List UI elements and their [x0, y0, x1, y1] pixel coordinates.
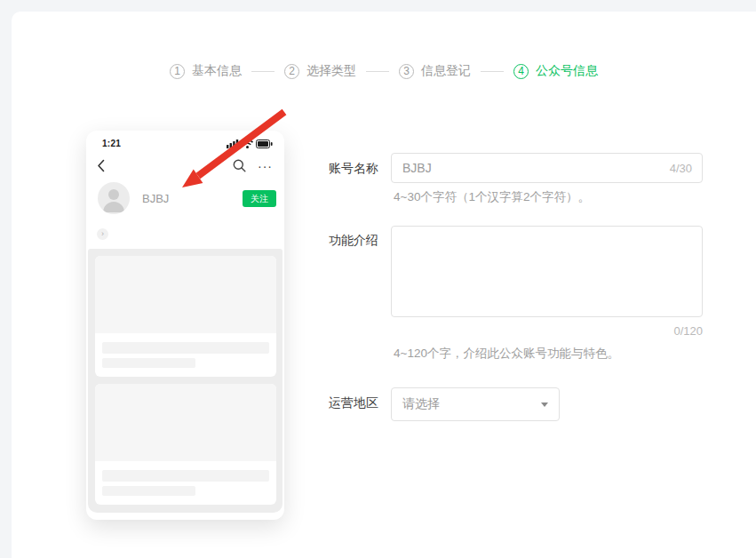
step-number-badge: 3	[399, 64, 414, 79]
stepper-step-select-type: 2 选择类型	[284, 63, 356, 79]
region-select[interactable]: 请选择	[391, 387, 560, 421]
stepper-connector	[366, 71, 389, 72]
article-feed-placeholder	[88, 249, 283, 513]
intro-row: 功能介绍 0/120	[329, 226, 703, 338]
step-label: 公众号信息	[536, 63, 598, 79]
chevron-right-icon: ›	[97, 228, 108, 240]
account-name-preview: BJBJ	[142, 192, 243, 205]
step-number-badge: 4	[513, 64, 529, 79]
account-name-input-wrap: 4/30	[391, 153, 703, 183]
subtitle-placeholder	[102, 358, 195, 368]
title-placeholder	[102, 342, 269, 354]
chevron-down-icon	[541, 403, 548, 407]
search-icon	[233, 159, 246, 172]
account-name-hint: 4~30个字符（1个汉字算2个字符）。	[329, 189, 703, 205]
stepper-step-basic-info: 1 基本信息	[170, 63, 242, 79]
account-info-form: 账号名称 4/30 4~30个字符（1个汉字算2个字符）。 功能介绍 0/120…	[329, 153, 703, 421]
cellular-signal-icon	[227, 140, 239, 148]
image-placeholder	[95, 256, 276, 333]
status-time: 1:21	[102, 139, 121, 148]
phone-preview: 1:21	[86, 131, 284, 520]
more-options-icon: ···	[258, 162, 273, 171]
wifi-icon	[242, 140, 253, 148]
account-name-label: 账号名称	[329, 153, 391, 183]
step-label: 基本信息	[192, 63, 242, 79]
step-label: 信息登记	[421, 63, 471, 79]
article-card-placeholder	[95, 384, 276, 505]
title-placeholder	[102, 470, 269, 482]
account-name-row: 账号名称 4/30	[329, 153, 703, 183]
expand-row: ›	[86, 214, 284, 240]
stepper-connector	[481, 71, 504, 72]
intro-hint: 4~120个字，介绍此公众账号功能与特色。	[329, 346, 703, 362]
stepper-step-info-registration: 3 信息登记	[399, 63, 471, 79]
region-select-value: 请选择	[402, 396, 440, 412]
account-name-input[interactable]	[391, 153, 703, 183]
status-icons	[227, 140, 273, 148]
back-chevron-icon	[97, 159, 105, 172]
stepper-connector	[251, 71, 275, 72]
subtitle-placeholder	[102, 486, 195, 496]
intro-counter: 0/120	[391, 324, 703, 338]
intro-input-wrap: 0/120	[391, 226, 703, 338]
phone-nav-bar: ···	[86, 148, 284, 172]
registration-stepper: 1 基本信息 2 选择类型 3 信息登记 4 公众号信息	[12, 63, 756, 79]
avatar	[98, 182, 130, 214]
step-number-badge: 1	[170, 64, 185, 79]
follow-button: 关注	[243, 190, 276, 207]
stepper-step-account-info-active: 4 公众号信息	[513, 63, 598, 79]
step-number-badge: 2	[284, 64, 299, 79]
account-profile-row: BJBJ 关注	[86, 172, 284, 214]
person-silhouette-icon	[98, 182, 130, 214]
account-name-counter: 4/30	[670, 162, 692, 175]
region-row: 运营地区 请选择	[329, 387, 703, 421]
main-card: 1 基本信息 2 选择类型 3 信息登记 4 公众号信息 1:21	[12, 12, 756, 558]
article-card-placeholder	[95, 256, 276, 377]
step-label: 选择类型	[306, 63, 356, 79]
phone-status-bar: 1:21	[86, 131, 284, 148]
region-label: 运营地区	[329, 387, 391, 421]
intro-textarea[interactable]	[391, 226, 703, 317]
image-placeholder	[95, 384, 276, 461]
battery-icon	[256, 140, 273, 148]
intro-label: 功能介绍	[329, 226, 391, 338]
